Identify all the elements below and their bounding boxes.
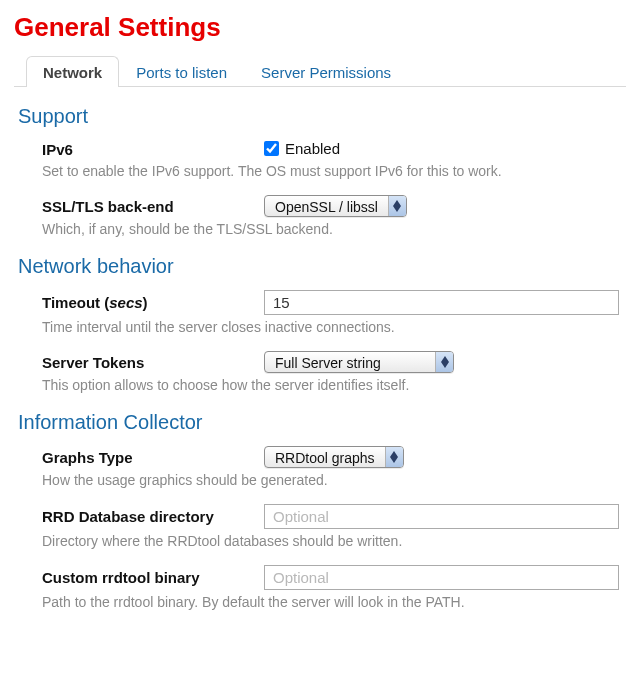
tokens-select-value: Full Server string (265, 352, 435, 372)
timeout-label-pre: Timeout ( (42, 294, 109, 311)
tab-bar: Network Ports to listen Server Permissio… (14, 55, 626, 87)
row-graphs: Graphs Type RRDtool graphs (14, 442, 626, 470)
section-behavior-title: Network behavior (18, 255, 626, 278)
updown-arrows-icon (385, 447, 403, 467)
ipv6-help: Set to enable the IPv6 support. The OS m… (42, 163, 626, 179)
tab-server-permissions[interactable]: Server Permissions (244, 56, 408, 87)
section-collector-title: Information Collector (18, 411, 626, 434)
row-rrd-dir: RRD Database directory (14, 500, 626, 531)
timeout-help: Time interval until the server closes in… (42, 319, 626, 335)
page-title: General Settings (14, 12, 626, 43)
timeout-label: Timeout (secs) (42, 294, 264, 311)
rrd-bin-input[interactable] (264, 565, 619, 590)
updown-arrows-icon (435, 352, 453, 372)
rrd-bin-label: Custom rrdtool binary (42, 569, 264, 586)
graphs-label: Graphs Type (42, 449, 264, 466)
rrd-dir-label: RRD Database directory (42, 508, 264, 525)
ipv6-label: IPv6 (42, 141, 264, 158)
ipv6-checkbox[interactable] (264, 141, 279, 156)
row-timeout: Timeout (secs) (14, 286, 626, 317)
ssl-select[interactable]: OpenSSL / libssl (264, 195, 407, 217)
tokens-help: This option allows to choose how the ser… (42, 377, 626, 393)
rrd-dir-input[interactable] (264, 504, 619, 529)
graphs-help: How the usage graphics should be generat… (42, 472, 626, 488)
tab-network[interactable]: Network (26, 56, 119, 87)
section-support-title: Support (18, 105, 626, 128)
ssl-select-value: OpenSSL / libssl (265, 196, 388, 216)
ipv6-checkbox-wrap[interactable]: Enabled (264, 140, 340, 157)
rrd-bin-help: Path to the rrdtool binary. By default t… (42, 594, 626, 610)
row-ipv6: IPv6 Enabled (14, 136, 626, 161)
svg-marker-3 (441, 362, 449, 368)
timeout-input[interactable] (264, 290, 619, 315)
timeout-label-em: secs (109, 294, 142, 311)
ssl-label: SSL/TLS back-end (42, 198, 264, 215)
tokens-label: Server Tokens (42, 354, 264, 371)
row-rrd-bin: Custom rrdtool binary (14, 561, 626, 592)
updown-arrows-icon (388, 196, 406, 216)
row-ssl: SSL/TLS back-end OpenSSL / libssl (14, 191, 626, 219)
graphs-select-value: RRDtool graphs (265, 447, 385, 467)
svg-marker-5 (390, 457, 398, 463)
rrd-dir-help: Directory where the RRDtool databases sh… (42, 533, 626, 549)
row-tokens: Server Tokens Full Server string (14, 347, 626, 375)
tokens-select[interactable]: Full Server string (264, 351, 454, 373)
timeout-label-post: ) (143, 294, 148, 311)
graphs-select[interactable]: RRDtool graphs (264, 446, 404, 468)
tab-ports-to-listen[interactable]: Ports to listen (119, 56, 244, 87)
ipv6-checkbox-label: Enabled (285, 140, 340, 157)
svg-marker-1 (393, 206, 401, 212)
ssl-help: Which, if any, should be the TLS/SSL bac… (42, 221, 626, 237)
